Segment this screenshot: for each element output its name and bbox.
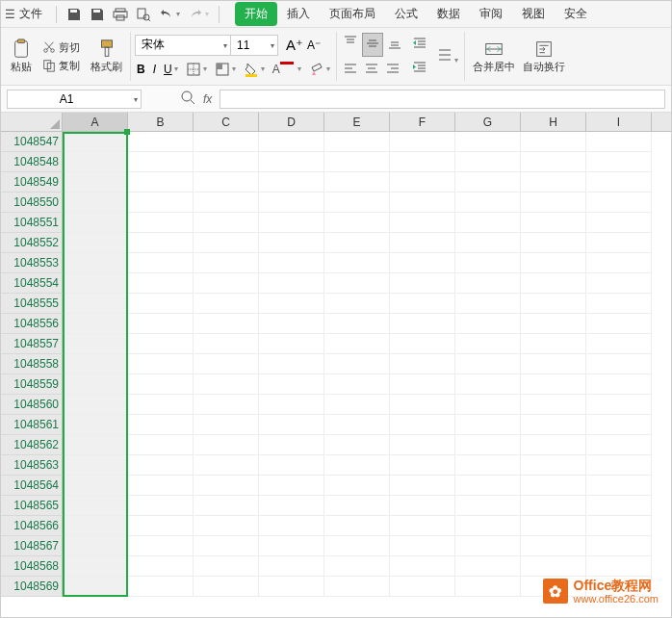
cell[interactable] <box>128 556 194 577</box>
row-header[interactable]: 1048562 <box>1 435 63 455</box>
cell[interactable] <box>324 455 390 476</box>
row-header[interactable]: 1048553 <box>1 253 63 273</box>
cell[interactable] <box>128 516 194 536</box>
cell[interactable] <box>128 435 194 455</box>
tab-页面布局[interactable]: 页面布局 <box>320 2 385 26</box>
cell[interactable] <box>390 314 455 334</box>
cell[interactable] <box>324 496 390 516</box>
cell[interactable] <box>521 132 586 152</box>
cell[interactable] <box>194 213 259 233</box>
cell[interactable] <box>390 334 455 354</box>
cell[interactable] <box>390 577 455 597</box>
name-box[interactable]: A1 ▾ <box>7 90 142 109</box>
tab-开始[interactable]: 开始 <box>235 2 277 26</box>
align-right-button[interactable] <box>383 59 402 81</box>
fx-label[interactable]: fx <box>203 92 212 106</box>
cell[interactable] <box>63 395 128 415</box>
row-header[interactable]: 1048564 <box>1 476 63 496</box>
cell[interactable] <box>259 253 324 273</box>
cell[interactable] <box>455 496 521 516</box>
cell[interactable] <box>128 132 194 152</box>
row-header[interactable]: 1048566 <box>1 516 63 536</box>
cell[interactable] <box>455 273 521 294</box>
align-top-button[interactable] <box>341 33 360 57</box>
cell[interactable] <box>324 476 390 496</box>
hamburger-icon[interactable]: ☰ <box>5 8 15 21</box>
cell[interactable] <box>455 294 521 314</box>
cell[interactable] <box>194 193 259 213</box>
tab-安全[interactable]: 安全 <box>555 2 597 26</box>
cell[interactable] <box>521 314 586 334</box>
cell[interactable] <box>586 415 652 435</box>
row-header[interactable]: 1048556 <box>1 314 63 334</box>
cell[interactable] <box>259 132 324 152</box>
cell[interactable] <box>128 152 194 172</box>
font-color-button[interactable]: A▾ <box>271 60 303 79</box>
cell[interactable] <box>63 435 128 455</box>
tab-数据[interactable]: 数据 <box>427 2 470 26</box>
cell[interactable] <box>63 496 128 516</box>
cell[interactable] <box>390 476 455 496</box>
cell[interactable] <box>586 496 652 516</box>
cell[interactable] <box>63 354 128 374</box>
cell[interactable] <box>390 172 455 193</box>
cell[interactable] <box>259 233 324 253</box>
cell[interactable] <box>259 213 324 233</box>
cell[interactable] <box>194 253 259 273</box>
cell[interactable] <box>390 374 455 395</box>
cell[interactable] <box>194 476 259 496</box>
cell[interactable] <box>455 536 521 556</box>
column-header[interactable]: D <box>259 113 324 131</box>
cell[interactable] <box>521 172 586 193</box>
increase-font-button[interactable]: A⁺ <box>284 35 305 56</box>
cell[interactable] <box>390 556 455 577</box>
cell[interactable] <box>194 294 259 314</box>
cell[interactable] <box>324 193 390 213</box>
cut-button[interactable]: 剪切 <box>39 39 83 56</box>
column-header[interactable]: F <box>390 113 455 131</box>
cell[interactable] <box>521 152 586 172</box>
cell[interactable] <box>324 536 390 556</box>
cell[interactable] <box>521 334 586 354</box>
cell[interactable] <box>521 415 586 435</box>
cell[interactable] <box>194 233 259 253</box>
copy-button[interactable]: 复制 <box>39 58 83 74</box>
cell[interactable] <box>194 314 259 334</box>
clear-format-button[interactable]: ▾ <box>307 60 332 79</box>
cell[interactable] <box>128 536 194 556</box>
cell[interactable] <box>586 294 652 314</box>
cell[interactable] <box>128 395 194 415</box>
select-all-corner[interactable] <box>1 113 63 131</box>
tab-插入[interactable]: 插入 <box>277 2 320 26</box>
cell[interactable] <box>324 213 390 233</box>
align-bottom-button[interactable] <box>385 33 404 57</box>
font-name-select[interactable]: 宋体 ▾ <box>135 35 231 56</box>
cell[interactable] <box>259 294 324 314</box>
cell[interactable] <box>586 435 652 455</box>
cell[interactable] <box>324 435 390 455</box>
cell[interactable] <box>324 314 390 334</box>
cell[interactable] <box>455 172 521 193</box>
cell[interactable] <box>194 496 259 516</box>
row-header[interactable]: 1048552 <box>1 233 63 253</box>
tab-公式[interactable]: 公式 <box>385 2 427 26</box>
cell[interactable] <box>194 152 259 172</box>
cell[interactable] <box>586 253 652 273</box>
cell[interactable] <box>259 314 324 334</box>
cell[interactable] <box>521 253 586 273</box>
tab-审阅[interactable]: 审阅 <box>470 2 512 26</box>
cell[interactable] <box>324 233 390 253</box>
cell[interactable] <box>390 455 455 476</box>
cell[interactable] <box>324 354 390 374</box>
row-header[interactable]: 1048554 <box>1 273 63 294</box>
fill-handle[interactable] <box>124 129 130 135</box>
align-left-button[interactable] <box>341 59 360 81</box>
cell[interactable] <box>455 213 521 233</box>
border-button[interactable]: ▾ <box>184 60 209 79</box>
cell[interactable] <box>455 455 521 476</box>
cell[interactable] <box>259 496 324 516</box>
row-header[interactable]: 1048557 <box>1 334 63 354</box>
cell[interactable] <box>521 213 586 233</box>
cell[interactable] <box>455 476 521 496</box>
column-header[interactable]: C <box>194 113 259 131</box>
